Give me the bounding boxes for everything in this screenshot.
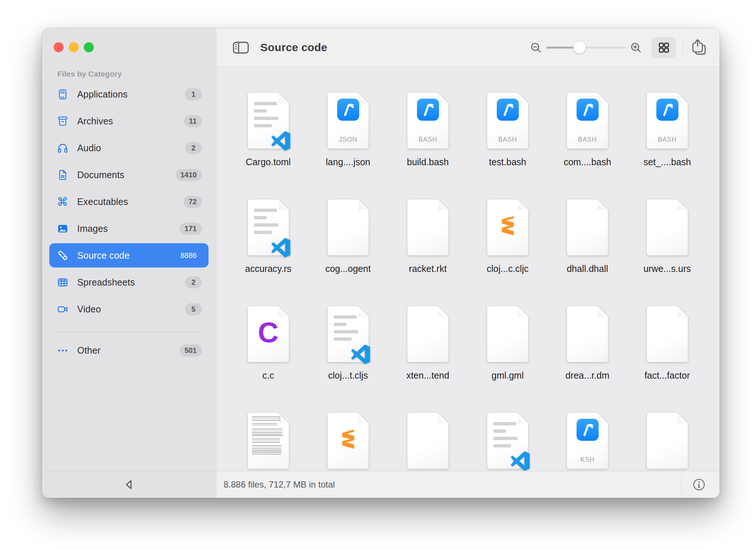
sidebar-item-count-badge: 1 xyxy=(185,88,202,100)
file-item-dhall-dhall[interactable]: dhall.dhall xyxy=(548,199,627,306)
sidebar-item-label: Executables xyxy=(77,196,183,207)
document-text-lines xyxy=(493,422,518,451)
page-fold-corner xyxy=(518,413,528,424)
file-item[interactable]: KSH xyxy=(548,413,627,471)
file-item-lang-json[interactable]: JSON lang....json xyxy=(308,93,388,199)
file-name: set_....bash xyxy=(643,157,691,167)
grid-view-button[interactable] xyxy=(652,37,676,58)
file-item-accuracy-rs[interactable]: accuracy.rs xyxy=(228,199,308,306)
sidebar-category-list: Applications 1 Archives 11 Audio 2 Docum… xyxy=(42,82,216,324)
zoom-out-button[interactable] xyxy=(530,42,542,54)
page-fold-corner xyxy=(278,93,289,103)
sidebar-item-video[interactable]: Video 5 xyxy=(49,297,208,321)
document-page xyxy=(567,306,608,362)
file-item-gml-gml[interactable]: gml.gml xyxy=(468,306,548,413)
file-item[interactable] xyxy=(228,413,308,471)
hammer-icon xyxy=(580,422,595,438)
minimize-button[interactable] xyxy=(69,42,79,52)
sidebar-item-label: Archives xyxy=(77,116,184,127)
page-fold-corner xyxy=(677,306,688,317)
sidebar-item-count-badge: 501 xyxy=(179,344,202,357)
zoom-controls xyxy=(530,41,642,54)
sidebar-item-count-badge: 2 xyxy=(185,276,202,288)
hammer-badge xyxy=(417,99,439,121)
file-item-cloj-t-cljs[interactable]: cloj...t.cljs xyxy=(308,306,388,413)
vscode-badge-icon xyxy=(271,238,291,258)
hammer-icon xyxy=(340,102,356,117)
c-language-icon: C xyxy=(248,306,289,362)
document-text-lines xyxy=(254,102,278,131)
file-item-fact-factor[interactable]: fact...factor xyxy=(627,306,707,413)
file-icon: BASH xyxy=(397,93,459,151)
file-icon xyxy=(477,306,539,364)
file-item[interactable] xyxy=(468,413,548,471)
file-item-c-c[interactable]: C c.c xyxy=(228,306,308,413)
file-name: fact...factor xyxy=(645,370,690,381)
file-type-badge: BASH xyxy=(567,136,608,144)
file-item[interactable] xyxy=(388,413,468,471)
fullscreen-button[interactable] xyxy=(84,42,94,52)
sidebar-item-images[interactable]: Images 171 xyxy=(49,216,208,241)
file-item-xten-tend[interactable]: xten...tend xyxy=(388,306,468,413)
zoom-slider[interactable] xyxy=(546,41,625,54)
file-icon xyxy=(317,413,379,471)
zoom-slider-knob[interactable] xyxy=(573,41,586,54)
sublime-text-icon xyxy=(336,425,361,453)
file-item-cog-ogent[interactable]: cog...ogent xyxy=(308,199,388,306)
zoom-in-button[interactable] xyxy=(630,42,642,54)
file-icon xyxy=(237,199,300,258)
file-item[interactable] xyxy=(308,413,388,471)
document-page: BASH xyxy=(407,93,449,149)
sidebar-item-audio[interactable]: Audio 2 xyxy=(49,136,208,160)
sidebar-item-documents[interactable]: Documents 1410 xyxy=(49,163,208,187)
document-page xyxy=(328,413,369,469)
hammer-icon xyxy=(660,102,675,117)
main-panel: Source code xyxy=(216,28,720,498)
close-button[interactable] xyxy=(54,42,64,52)
file-item-drea-r-dm[interactable]: drea...r.dm xyxy=(548,306,627,413)
share-button[interactable] xyxy=(689,37,709,58)
hammer-icon xyxy=(580,102,595,117)
file-item-cargo-toml[interactable]: Cargo.toml xyxy=(228,93,308,199)
file-item-urwe-s-urs[interactable]: urwe...s.urs xyxy=(627,199,707,306)
sidebar-item-spreadsheets[interactable]: Spreadsheets 2 xyxy=(49,270,208,294)
page-fold-corner xyxy=(358,306,369,317)
files-summary: 8.886 files, 712,7 MB in total xyxy=(224,479,335,490)
file-item-cloj-c-cljc[interactable]: cloj...c.cljc xyxy=(468,199,548,306)
sidebar-item-count-badge: 1410 xyxy=(175,169,202,181)
info-button[interactable] xyxy=(689,475,709,494)
sidebar-item-other[interactable]: Other 501 xyxy=(49,338,208,362)
sidebar-item-label: Video xyxy=(77,304,185,315)
sidebar-item-archives[interactable]: Archives 11 xyxy=(49,109,208,133)
document-icon xyxy=(56,168,69,181)
page-fold-corner xyxy=(358,93,369,103)
file-icon xyxy=(397,306,459,364)
file-item[interactable] xyxy=(627,413,707,471)
zoom-slider-track[interactable] xyxy=(546,47,625,49)
file-type-badge: BASH xyxy=(407,136,449,144)
document-page xyxy=(647,199,688,255)
sidebar-section-header: Files by Category xyxy=(57,70,216,78)
vscode-badge-icon xyxy=(510,451,530,471)
info-icon xyxy=(692,477,706,492)
file-grid: Cargo.toml JSON xyxy=(216,67,720,471)
sidebar-item-count-badge: 72 xyxy=(183,196,202,208)
sidebar-item-applications[interactable]: Applications 1 xyxy=(49,82,208,106)
back-button[interactable] xyxy=(122,478,136,491)
sidebar-item-executables[interactable]: ⌘ Executables 72 xyxy=(49,190,208,214)
file-item-com-bash[interactable]: BASH com....bash xyxy=(548,93,627,199)
file-icon xyxy=(636,199,699,258)
file-name: drea...r.dm xyxy=(566,370,610,381)
file-item-test-bash[interactable]: BASH test.bash xyxy=(468,93,548,199)
command-icon: ⌘ xyxy=(56,195,69,208)
sidebar-item-source-code[interactable]: Source code 8886 xyxy=(49,243,208,268)
magnifier-plus-icon xyxy=(630,42,642,54)
document-page: KSH xyxy=(567,413,608,469)
document-page xyxy=(407,199,449,255)
file-item-build-bash[interactable]: BASH build.bash xyxy=(388,93,468,199)
sidebar-item-count-badge: 2 xyxy=(185,142,202,154)
file-item-set-bash[interactable]: BASH set_....bash xyxy=(627,93,707,199)
toggle-sidebar-button[interactable] xyxy=(232,41,249,54)
file-item-racket-rkt[interactable]: racket.rkt xyxy=(388,199,468,306)
file-icon xyxy=(636,306,699,364)
